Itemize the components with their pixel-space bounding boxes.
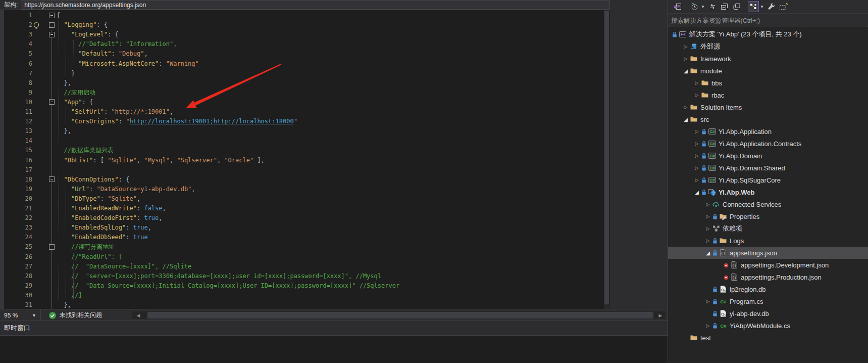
expand-arrow-icon[interactable]: ▷ bbox=[706, 299, 710, 304]
expand-arrow-icon[interactable]: ▷ bbox=[695, 153, 699, 158]
tree-item-yi-abp-domain[interactable]: ▷C#Yi.Abp.Domain bbox=[668, 150, 868, 162]
tree-item-label: appsettings.Development.json bbox=[741, 261, 829, 269]
immediate-window-content[interactable] bbox=[0, 336, 668, 363]
tree-item-yi-abp-web[interactable]: ◢Yi.Abp.Web bbox=[668, 186, 868, 198]
line-number: 27 bbox=[0, 262, 32, 271]
tree-item-yi-abp-application[interactable]: ▷C#Yi.Abp.Application bbox=[668, 125, 868, 138]
expand-arrow-icon[interactable]: ▷ bbox=[684, 44, 688, 49]
expand-arrow-icon[interactable]: ▷ bbox=[706, 323, 710, 328]
expand-arrow-icon[interactable]: ▷ bbox=[695, 93, 699, 98]
tree-item-src[interactable]: ◢src bbox=[668, 113, 868, 125]
sync-with-active-document-button[interactable] bbox=[707, 1, 718, 12]
line-number: 17 bbox=[0, 165, 32, 175]
collapse-arrow-icon[interactable]: ◢ bbox=[684, 117, 688, 122]
tree-item-appsettings-production-json[interactable]: {)appsettings.Production.json bbox=[668, 271, 868, 283]
collapse-arrow-icon[interactable]: ◢ bbox=[684, 68, 688, 74]
tree-item-yi-abp-sqlsugarcore[interactable]: ▷C#Yi.Abp.SqlSugarCore bbox=[668, 174, 868, 186]
immediate-window-title: 即时窗口 bbox=[0, 324, 30, 333]
editor-horizontal-scrollbar-thumb[interactable] bbox=[147, 312, 653, 319]
document-health-indicator[interactable]: 未找到相关问题 bbox=[48, 309, 102, 321]
expand-arrow-icon[interactable]: ▷ bbox=[695, 141, 699, 146]
quick-actions-lightbulb-icon[interactable] bbox=[32, 22, 40, 32]
tree-item-properties[interactable]: ▷Properties bbox=[668, 210, 868, 222]
expand-arrow-icon[interactable]: ▷ bbox=[706, 214, 710, 219]
toolbar-separator bbox=[745, 3, 745, 11]
csproj-icon: C# bbox=[707, 152, 717, 160]
expand-arrow-icon[interactable]: ▷ bbox=[695, 177, 699, 183]
expand-arrow-icon[interactable]: ▷ bbox=[695, 165, 699, 170]
preview-selected-items-button[interactable] bbox=[731, 1, 742, 12]
cs-icon: C# bbox=[719, 297, 728, 305]
editor-vertical-scrollbar-thumb[interactable] bbox=[604, 11, 609, 304]
csproj-icon: C# bbox=[707, 176, 717, 184]
fold-toggle-icon[interactable] bbox=[49, 244, 55, 250]
schema-selector[interactable]: https://json.schemastore.org/appsettings… bbox=[21, 0, 610, 10]
immediate-window-tab[interactable]: 即时窗口 bbox=[0, 321, 668, 336]
tree-item-label: YiAbpWebModule.cs bbox=[730, 322, 790, 330]
tree-item-dependencies[interactable]: ▷依赖项 bbox=[668, 222, 868, 235]
search-input[interactable] bbox=[670, 15, 866, 27]
lock-icon bbox=[671, 31, 678, 38]
expander-slot: ▷ bbox=[704, 226, 711, 231]
collapse-all-button[interactable] bbox=[719, 1, 730, 12]
tree-item-yiabpwebmodule-cs[interactable]: ▷C#YiAbpWebModule.cs bbox=[668, 320, 868, 332]
expand-arrow-icon[interactable]: ▷ bbox=[706, 202, 710, 207]
tree-item-rbac[interactable]: ▷rbac bbox=[668, 89, 868, 101]
expand-arrow-icon[interactable]: ▷ bbox=[684, 105, 688, 110]
properties-button[interactable] bbox=[766, 1, 777, 12]
tree-item-framework[interactable]: ▷framework bbox=[668, 53, 868, 65]
expand-arrow-icon[interactable]: ▷ bbox=[684, 56, 688, 61]
expand-arrow-icon[interactable]: ▷ bbox=[695, 80, 699, 85]
scroll-left-icon[interactable]: ◀ bbox=[134, 311, 142, 319]
zoom-level-select[interactable]: 95 % ▼ bbox=[0, 309, 41, 321]
tree-item-yi-abp-application-contracts[interactable]: ▷C#Yi.Abp.Application.Contracts bbox=[668, 138, 868, 150]
folder-icon bbox=[719, 237, 728, 245]
tree-item-solution-items[interactable]: ▷Solution Items bbox=[668, 101, 868, 113]
fold-toggle-icon[interactable] bbox=[49, 99, 55, 105]
folder-icon bbox=[700, 79, 709, 87]
svg-text:{): {) bbox=[732, 263, 736, 268]
tree-item-yi-abp-domain-shared[interactable]: ▷C#Yi.Abp.Domain.Shared bbox=[668, 162, 868, 174]
collapse-arrow-icon[interactable]: ◢ bbox=[695, 190, 699, 195]
tree-item-test[interactable]: test bbox=[668, 332, 868, 344]
fold-toggle-icon[interactable] bbox=[49, 22, 55, 28]
chevron-down-icon[interactable]: ▼ bbox=[760, 5, 764, 9]
db-icon bbox=[719, 285, 728, 293]
code-token: : bbox=[126, 234, 133, 241]
tree-item-module[interactable]: ◢module bbox=[668, 65, 868, 77]
chevron-down-icon[interactable]: ▼ bbox=[701, 5, 705, 9]
tree-item-ip2region-db[interactable]: ip2region.db bbox=[668, 283, 868, 295]
fold-toggle-icon[interactable] bbox=[49, 176, 55, 182]
tree-item-label: Yi.Abp.Domain.Shared bbox=[719, 164, 785, 172]
props-icon bbox=[719, 212, 728, 220]
tree-item-appsettings-json[interactable]: ◢{)appsettings.json bbox=[668, 247, 868, 259]
expand-arrow-icon[interactable]: ▷ bbox=[706, 238, 710, 243]
tree-item-bbs[interactable]: ▷bbs bbox=[668, 77, 868, 89]
tree-item-appsettings-development-json[interactable]: {)appsettings.Development.json bbox=[668, 259, 868, 271]
tree-item-connected-services[interactable]: ▷Connected Services bbox=[668, 198, 868, 210]
fold-toggle-icon[interactable] bbox=[49, 32, 55, 37]
tree-item-program-cs[interactable]: ▷C#Program.cs bbox=[668, 295, 868, 307]
track-active-item-button[interactable] bbox=[748, 1, 759, 12]
code-token: "Default" bbox=[78, 50, 111, 57]
code-token: , bbox=[217, 157, 224, 164]
lock-icon bbox=[711, 322, 719, 330]
history-filter-button[interactable] bbox=[689, 1, 700, 12]
scroll-right-icon[interactable]: ▶ bbox=[656, 311, 665, 319]
tree-item-external-sources[interactable]: ▷外部源 bbox=[668, 40, 868, 53]
cors-origins-link[interactable]: http://localhost:19001;http://localhost:… bbox=[130, 118, 294, 125]
show-all-files-button[interactable] bbox=[778, 1, 789, 12]
switch-views-button[interactable] bbox=[672, 1, 683, 12]
tree-item-logs[interactable]: ▷Logs bbox=[668, 235, 868, 247]
tree-item-yi-abp-dev-db[interactable]: yi-abp-dev.db bbox=[668, 307, 868, 320]
collapse-arrow-icon[interactable]: ◢ bbox=[706, 250, 710, 256]
tree-item-solution[interactable]: 解决方案 'Yi.Abp' (23 个项目, 共 23 个) bbox=[668, 28, 868, 40]
code-editor[interactable]: 1234567891011121314151617181920212223242… bbox=[0, 10, 610, 309]
code-token: "LogLevel" bbox=[71, 31, 108, 38]
indent-guide bbox=[66, 108, 66, 125]
expand-arrow-icon[interactable]: ▷ bbox=[706, 226, 710, 231]
line-number: 6 bbox=[0, 59, 32, 69]
tree-item-label: Yi.Abp.Application.Contracts bbox=[719, 140, 801, 148]
fold-toggle-icon[interactable] bbox=[49, 13, 55, 18]
expand-arrow-icon[interactable]: ▷ bbox=[695, 129, 699, 134]
